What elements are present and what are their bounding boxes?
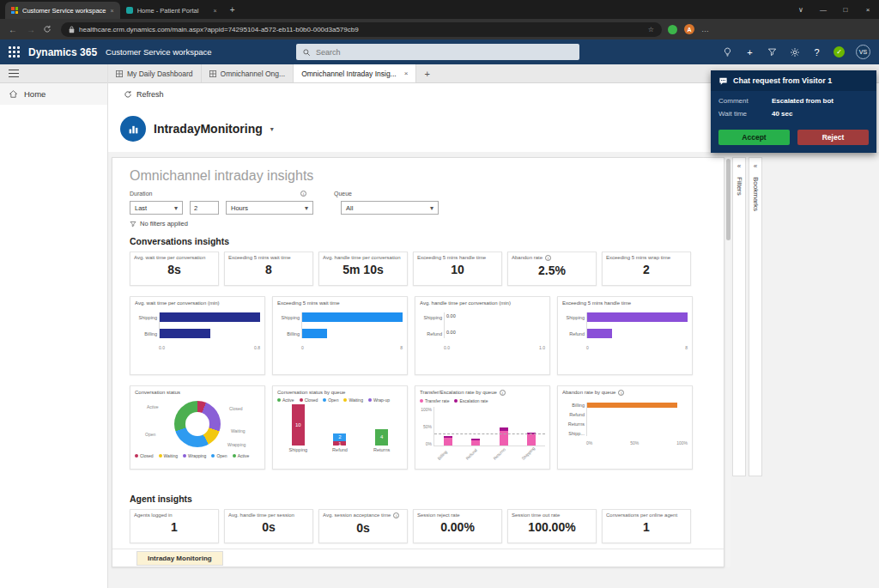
refresh-icon[interactable] [43, 25, 55, 33]
kpi-value: 8s [134, 263, 215, 276]
vertical-scrollbar[interactable] [726, 157, 730, 567]
duration-unit-select[interactable]: Hours ▾ [226, 201, 313, 215]
legend-item[interactable]: Waiting [159, 453, 179, 458]
y-axis: 100%50%0% [420, 407, 433, 446]
d365-app-name[interactable]: Customer Service workspace [106, 47, 212, 57]
tick-label: 8 [685, 345, 688, 350]
info-icon[interactable]: i [500, 390, 506, 396]
legend-item[interactable]: Closed [135, 453, 154, 458]
add-tab-button[interactable]: + [416, 69, 437, 79]
legend-item[interactable]: Active [277, 397, 294, 403]
app-tab-ongoing[interactable]: Omnichannel Ong... [202, 64, 294, 82]
kpi-value: 10 [417, 263, 498, 276]
info-icon[interactable]: i [545, 255, 551, 261]
chat-detail-label: Comment [718, 97, 772, 105]
select-value: Last [135, 204, 147, 212]
legend-item[interactable]: Active [233, 453, 250, 458]
app-tab-intraday[interactable]: Omnichannel Intraday Insig... × [294, 64, 416, 82]
refresh-button[interactable]: Refresh [136, 90, 164, 99]
header-icons: + ? ✓ VS [722, 45, 870, 59]
scrollbar-thumb[interactable] [726, 159, 730, 240]
reject-button[interactable]: Reject [797, 130, 869, 145]
plot-area: ShippingBilling [301, 312, 403, 338]
legend-item[interactable]: Waiting [343, 397, 363, 403]
duration-mode-select[interactable]: Last ▾ [130, 201, 183, 215]
forward-icon[interactable]: → [25, 25, 37, 34]
filters-pane-collapsed[interactable]: « Filters [732, 157, 746, 476]
chart-title: Conversation status by queue [277, 390, 403, 395]
queue-label: Queue [334, 191, 352, 197]
plot-area: Shipping0.00Refund0.00 [444, 312, 545, 338]
legend-dot-icon [233, 454, 236, 458]
dashboard-icon [209, 70, 216, 77]
app-tab-dashboard[interactable]: My Daily Dashboard [108, 64, 202, 82]
category-label: Refund [332, 447, 348, 452]
browser-tab-active[interactable]: Customer Service workspace × [5, 2, 120, 19]
accept-button[interactable]: Accept [718, 130, 790, 145]
help-icon[interactable]: ? [811, 46, 822, 58]
sync-status-icon[interactable] [668, 25, 677, 34]
legend-item[interactable]: Wrap-up [368, 397, 390, 403]
duration-value-input[interactable] [190, 201, 219, 215]
lightbulb-icon[interactable] [722, 46, 733, 58]
close-tab-icon[interactable]: × [401, 70, 409, 77]
kpi-card: Avg. handle time per conversation5m 10s [318, 252, 408, 286]
info-icon[interactable]: i [618, 390, 624, 396]
user-avatar[interactable]: VS [856, 45, 870, 59]
tick-label: 0.8 [254, 345, 260, 350]
no-filters-text: No filters applied [140, 220, 188, 227]
waffle-icon[interactable] [9, 46, 20, 58]
close-window-button[interactable]: × [857, 6, 879, 14]
presence-status-icon[interactable]: ✓ [834, 46, 845, 58]
search-input[interactable] [316, 48, 573, 57]
legend-dot-icon [343, 398, 347, 402]
hamburger-icon[interactable] [9, 70, 19, 77]
legend-item[interactable]: Wrapping [183, 453, 206, 458]
chevron-down-icon[interactable]: ▾ [270, 125, 274, 133]
sidebar-item-home[interactable]: Home [0, 83, 107, 105]
tab-search-icon[interactable]: ∨ [790, 6, 812, 14]
column-stack [527, 407, 536, 446]
value-label: 0.00 [446, 330, 456, 335]
global-search[interactable] [296, 44, 579, 60]
legend-item[interactable]: Transfer rate [420, 398, 449, 403]
donut-chart [174, 401, 221, 447]
category-label: Billing [563, 403, 585, 408]
info-icon[interactable]: i [300, 191, 306, 197]
browser-profile-avatar[interactable]: A [684, 24, 694, 34]
kpi-value: 2.5% [512, 264, 592, 277]
browser-tab[interactable]: Home - Patient Portal × [120, 2, 223, 19]
bookmarks-pane-collapsed[interactable]: « Bookmarks [749, 157, 762, 476]
legend-item[interactable]: Escalation rate [454, 398, 488, 403]
expand-icon[interactable]: « [737, 162, 741, 170]
expand-icon[interactable]: « [754, 162, 757, 170]
maximize-button[interactable]: □ [834, 6, 857, 14]
bar-row: Refund [587, 329, 688, 338]
minimize-button[interactable]: — [812, 6, 834, 14]
gear-icon[interactable] [789, 46, 800, 58]
d365-brand[interactable]: Dynamics 365 [28, 46, 97, 58]
chart-legend: Transfer rateEscalation rate [420, 398, 545, 403]
address-bar[interactable]: healthcare.crm.dynamics.com/main.aspx?ap… [61, 22, 662, 37]
browser-menu-icon[interactable]: … [701, 25, 709, 33]
legend-item[interactable]: Open [323, 397, 338, 403]
bar-track [587, 312, 688, 322]
report-page-tab[interactable]: Intraday Monitoring [136, 551, 223, 566]
legend-item[interactable]: Open [211, 453, 227, 458]
legend-dot-icon [159, 454, 162, 458]
kpi-card: Exceeding 5 mins wrap time2 [602, 252, 691, 286]
close-tab-icon[interactable]: × [214, 8, 217, 14]
kpi-title: Agents logged in [134, 512, 215, 518]
legend-item[interactable]: Closed [300, 397, 318, 403]
favorites-star-icon[interactable]: ☆ [648, 26, 654, 33]
close-tab-icon[interactable]: × [111, 8, 114, 14]
add-icon[interactable]: + [744, 46, 755, 58]
filter-icon[interactable] [767, 46, 778, 58]
window-controls: ∨ — □ × [790, 0, 879, 19]
info-icon[interactable]: i [393, 512, 399, 518]
kpi-card: Avg. wait time per conversation8s [130, 252, 219, 286]
back-icon[interactable]: ← [7, 25, 19, 34]
queue-select[interactable]: All ▾ [341, 201, 439, 215]
chat-request-notification: Chat request from Visitor 1 Comment Esca… [711, 70, 876, 153]
new-tab-button[interactable]: + [223, 5, 242, 15]
